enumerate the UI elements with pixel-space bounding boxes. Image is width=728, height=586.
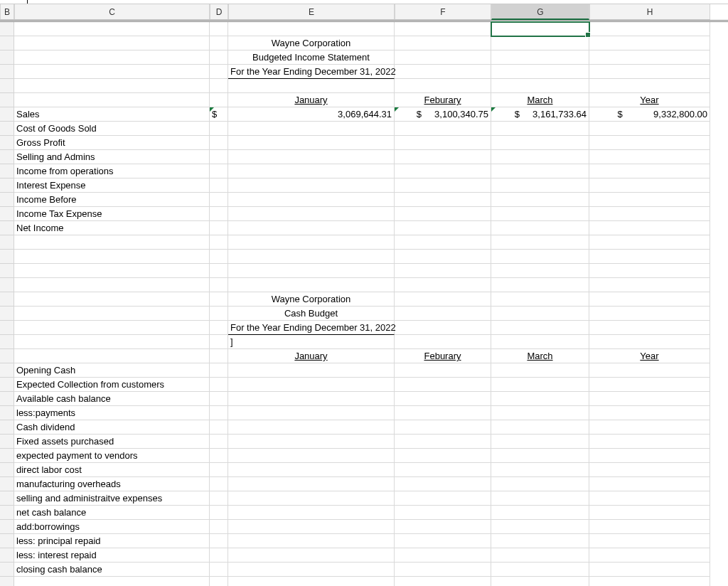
cell[interactable] [589,307,710,321]
cell[interactable] [395,164,491,179]
title2-period[interactable]: For the Year Ending December 31, 2022 [228,321,395,335]
cell[interactable] [210,250,228,264]
cell[interactable] [228,264,395,278]
row-interest-expense[interactable]: Interest Expense [14,179,210,193]
cell[interactable] [14,577,210,586]
cell[interactable] [491,321,589,335]
cell[interactable] [210,22,228,36]
title2-report[interactable]: Cash Budget [228,307,395,321]
cell[interactable] [210,563,228,577]
cell[interactable] [0,164,14,179]
cell[interactable] [395,378,491,392]
row-less-interest-repaid[interactable]: less: interest repaid [14,548,210,563]
cell[interactable] [210,179,228,193]
cell[interactable] [14,36,210,50]
row-opening-cash[interactable]: Opening Cash [14,363,210,378]
cell[interactable] [491,150,589,164]
cell[interactable] [491,164,589,179]
cell[interactable] [395,477,491,491]
stray-bracket[interactable]: ] [228,335,395,349]
cell[interactable] [395,292,491,307]
cell[interactable] [589,449,710,463]
row-gross-profit[interactable]: Gross Profit [14,136,210,150]
selected-cell[interactable] [491,22,589,36]
cell[interactable] [589,321,710,335]
cell[interactable] [589,520,710,534]
cell[interactable] [491,520,589,534]
cell[interactable] [589,463,710,477]
cell[interactable] [395,193,491,207]
colhead-B[interactable]: B [0,4,14,20]
cell[interactable] [210,363,228,378]
cell[interactable] [491,50,589,65]
cell[interactable] [228,563,395,577]
colhead-C[interactable]: C [14,4,210,20]
cell[interactable] [210,221,228,235]
cell[interactable] [0,65,14,79]
cell[interactable] [210,164,228,179]
cell[interactable] [395,463,491,477]
cell[interactable] [491,307,589,321]
title-company[interactable]: Wayne Corporation [228,36,395,50]
cell[interactable] [228,406,395,420]
cell[interactable] [14,335,210,349]
cell[interactable] [395,207,491,221]
cell[interactable] [589,420,710,435]
cell[interactable] [228,22,395,36]
cell[interactable] [491,363,589,378]
cell[interactable] [228,221,395,235]
cell[interactable] [0,22,14,36]
cell[interactable] [0,392,14,406]
row-selling-and-administraitve-expenses[interactable]: selling and administraitve expenses [14,491,210,506]
cell[interactable] [0,363,14,378]
cell[interactable] [491,264,589,278]
row-less-principal-repaid[interactable]: less: principal repaid [14,534,210,548]
sales-f-cell[interactable]: $ 3,100,340.75 [395,107,491,122]
cell[interactable] [395,264,491,278]
cell[interactable] [210,292,228,307]
cell[interactable] [491,235,589,250]
colhead-H[interactable]: H [589,4,710,20]
cell[interactable] [491,65,589,79]
cell[interactable] [589,435,710,449]
cell[interactable] [210,36,228,50]
cell[interactable] [14,65,210,79]
row-net-income[interactable]: Net Income [14,221,210,235]
cell[interactable] [589,264,710,278]
cell[interactable] [210,207,228,221]
cell[interactable] [14,250,210,264]
header2-march[interactable]: March [491,349,589,363]
cell[interactable] [589,392,710,406]
cell[interactable] [0,50,14,65]
cell[interactable] [228,435,395,449]
cell[interactable] [228,491,395,506]
cell[interactable] [589,363,710,378]
cell[interactable] [491,292,589,307]
cell[interactable] [395,406,491,420]
cell[interactable] [210,477,228,491]
cell[interactable] [0,491,14,506]
cell[interactable] [395,50,491,65]
row-net-cash-balance[interactable]: net cash balance [14,506,210,520]
cell[interactable] [395,534,491,548]
cell[interactable] [228,164,395,179]
sales-mar[interactable]: $ 3,161,733.64 [491,107,589,122]
cell[interactable] [14,349,210,363]
header-january[interactable]: January [228,93,395,107]
cell[interactable] [589,50,710,65]
cell[interactable] [395,449,491,463]
cell[interactable] [0,335,14,349]
row-available-cash-balance[interactable]: Available cash balance [14,392,210,406]
header2-february[interactable]: Feburary [395,349,491,363]
cell[interactable] [491,563,589,577]
cell[interactable] [491,335,589,349]
cell[interactable] [14,79,210,93]
cell[interactable] [228,250,395,264]
cell[interactable] [228,392,395,406]
cell[interactable] [0,563,14,577]
row-manufacturing-overheads[interactable]: manufacturing overheads [14,477,210,491]
cell[interactable] [210,378,228,392]
cell[interactable] [0,406,14,420]
cell[interactable] [395,307,491,321]
cell[interactable] [589,477,710,491]
